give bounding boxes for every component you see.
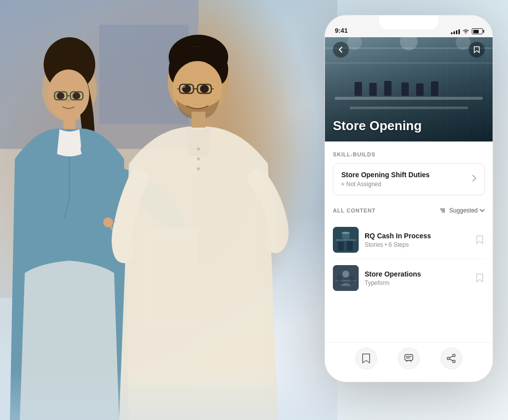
background-photo <box>0 0 337 420</box>
svg-point-69 <box>447 357 450 359</box>
phone-body: 9:41 <box>324 15 493 382</box>
skill-build-status: Not Assigned <box>341 181 472 188</box>
svg-rect-58 <box>342 232 350 234</box>
svg-point-11 <box>57 92 64 99</box>
bookmark-outline-icon-2 <box>476 273 484 283</box>
svg-rect-63 <box>350 276 355 282</box>
svg-rect-55 <box>338 242 344 251</box>
svg-rect-13 <box>64 114 75 129</box>
content-meta-so: Typeform <box>365 280 469 286</box>
svg-rect-40 <box>369 83 377 96</box>
content-area: SKILL-BUILDS Store Opening Shift Duties … <box>325 141 493 342</box>
floor-reflection <box>0 370 337 420</box>
bottom-bookmark-icon <box>362 353 371 364</box>
svg-rect-59 <box>333 265 359 291</box>
wifi-icon <box>462 28 469 34</box>
svg-point-22 <box>197 167 200 170</box>
signal-bar-1 <box>451 32 452 34</box>
content-title-so: Store Operations <box>365 270 469 278</box>
skill-build-card[interactable]: Store Opening Shift Duties Not Assigned <box>333 163 485 195</box>
svg-rect-36 <box>191 112 205 128</box>
svg-rect-56 <box>347 241 353 251</box>
svg-point-12 <box>72 92 80 99</box>
content-info-so: Store Operations Typeform <box>365 270 469 286</box>
hero-nav-bar <box>325 37 493 62</box>
thumbnail-rq-bg <box>333 227 359 253</box>
bookmark-outline-icon <box>476 235 484 245</box>
svg-point-67 <box>453 354 455 356</box>
bottom-share-button[interactable] <box>441 348 462 369</box>
status-time: 9:41 <box>335 27 348 34</box>
skill-builds-label: SKILL-BUILDS <box>333 151 485 157</box>
hero-title: Store Opening <box>333 118 422 134</box>
content-bookmark-rq[interactable] <box>475 235 485 245</box>
svg-point-61 <box>342 271 349 278</box>
content-bookmark-so[interactable] <box>475 273 485 283</box>
content-title-rq: RQ Cash In Process <box>365 232 469 240</box>
svg-rect-39 <box>355 82 362 96</box>
chevron-down-icon <box>480 209 485 212</box>
status-dot-icon <box>341 183 344 186</box>
hero-image: Store Opening <box>325 37 493 141</box>
content-meta-rq: Stories • 6 Steps <box>365 241 469 248</box>
hero-bookmark-button[interactable] <box>469 42 485 58</box>
battery-fill <box>473 30 479 33</box>
share-icon <box>446 353 456 363</box>
rq-thumbnail-image <box>333 227 359 253</box>
svg-point-68 <box>453 360 455 362</box>
svg-rect-43 <box>416 83 424 96</box>
content-item-rq[interactable]: RQ Cash In Process Stories • 6 Steps <box>333 221 485 259</box>
svg-point-20 <box>197 147 200 150</box>
signal-bar-4 <box>458 29 460 34</box>
svg-rect-37 <box>335 97 483 100</box>
bottom-nav <box>325 342 493 382</box>
all-content-header: ALL CONTENT Suggested <box>333 207 485 214</box>
sort-icon <box>439 207 446 214</box>
phone-mockup: 9:41 <box>324 15 493 382</box>
svg-rect-62 <box>337 275 342 282</box>
sort-button[interactable]: Suggested <box>439 207 485 214</box>
bottom-bookmark-button[interactable] <box>355 348 377 369</box>
sort-label: Suggested <box>449 207 478 214</box>
svg-rect-41 <box>384 81 391 96</box>
svg-rect-64 <box>405 354 413 360</box>
signal-bar-2 <box>453 31 455 34</box>
card-arrow-icon <box>472 175 476 184</box>
back-button[interactable] <box>333 42 349 58</box>
svg-rect-44 <box>431 81 439 96</box>
skill-build-status-text: Not Assigned <box>346 181 381 188</box>
bookmark-icon <box>473 46 480 54</box>
phone-notch <box>379 15 439 29</box>
svg-line-71 <box>449 359 453 361</box>
all-content-label: ALL CONTENT <box>333 208 376 213</box>
svg-point-10 <box>66 99 71 102</box>
svg-point-21 <box>197 157 200 160</box>
skill-build-info: Store Opening Shift Duties Not Assigned <box>341 171 472 188</box>
svg-rect-42 <box>401 82 409 96</box>
so-thumbnail-image <box>333 265 359 291</box>
man-figure <box>99 0 322 420</box>
content-thumbnail-so <box>333 265 359 291</box>
back-arrow-icon <box>337 46 344 53</box>
content-item-so[interactable]: Store Operations Typeform <box>333 259 485 297</box>
status-icons <box>451 28 483 34</box>
svg-point-34 <box>200 85 209 93</box>
svg-point-35 <box>182 85 186 88</box>
svg-rect-38 <box>350 107 468 109</box>
signal-bar-3 <box>456 30 457 34</box>
content-info-rq: RQ Cash In Process Stories • 6 Steps <box>365 232 469 248</box>
signal-bars-icon <box>451 28 460 34</box>
skill-build-title: Store Opening Shift Duties <box>341 171 472 179</box>
bottom-chat-button[interactable] <box>398 348 420 369</box>
content-thumbnail-rq <box>333 227 359 253</box>
svg-rect-46 <box>325 62 493 64</box>
battery-icon <box>472 28 483 34</box>
thumbnail-so-bg <box>333 265 359 291</box>
chat-icon <box>404 353 414 363</box>
svg-line-70 <box>449 356 453 358</box>
